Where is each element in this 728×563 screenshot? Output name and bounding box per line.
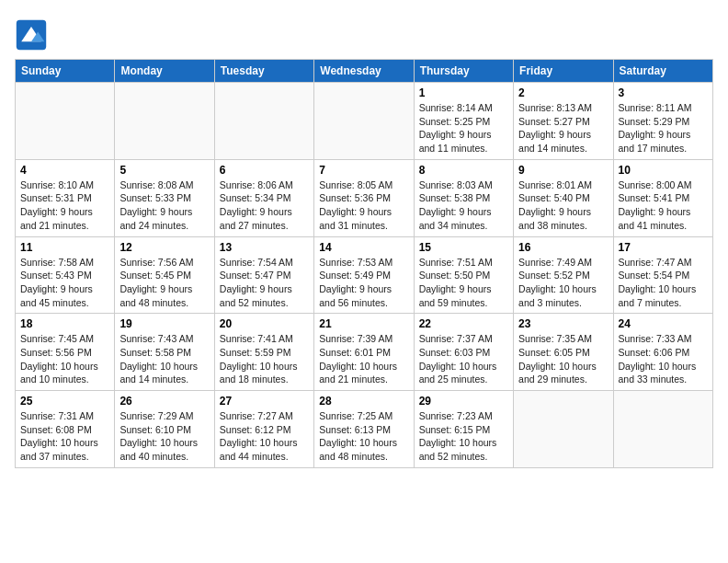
day-info: Sunrise: 7:43 AM Sunset: 5:58 PM Dayligh… — [119, 332, 209, 386]
calendar-cell: 2Sunrise: 8:13 AM Sunset: 5:27 PM Daylig… — [514, 83, 613, 160]
day-info: Sunrise: 7:47 AM Sunset: 5:54 PM Dayligh… — [619, 256, 708, 310]
page-header — [15, 15, 713, 52]
calendar-cell: 8Sunrise: 8:03 AM Sunset: 5:38 PM Daylig… — [414, 159, 513, 236]
day-info: Sunrise: 8:11 AM Sunset: 5:29 PM Dayligh… — [619, 101, 708, 155]
day-number: 28 — [319, 395, 408, 408]
calendar-cell — [16, 83, 115, 160]
day-number: 18 — [20, 317, 109, 330]
calendar-cell: 18Sunrise: 7:45 AM Sunset: 5:56 PM Dayli… — [16, 314, 115, 391]
calendar-cell: 12Sunrise: 7:56 AM Sunset: 5:45 PM Dayli… — [115, 236, 214, 314]
calendar-cell: 5Sunrise: 8:08 AM Sunset: 5:33 PM Daylig… — [115, 159, 214, 236]
weekday-header-wednesday: Wednesday — [314, 60, 414, 83]
day-number: 13 — [220, 241, 309, 254]
day-number: 4 — [20, 164, 109, 177]
day-number: 24 — [619, 317, 708, 330]
day-info: Sunrise: 8:10 AM Sunset: 5:31 PM Dayligh… — [20, 178, 109, 233]
day-info: Sunrise: 7:45 AM Sunset: 5:56 PM Dayligh… — [20, 332, 109, 386]
day-info: Sunrise: 8:00 AM Sunset: 5:41 PM Dayligh… — [619, 178, 708, 233]
day-info: Sunrise: 8:08 AM Sunset: 5:33 PM Dayligh… — [119, 178, 209, 233]
calendar-cell: 29Sunrise: 7:23 AM Sunset: 6:15 PM Dayli… — [414, 391, 513, 468]
day-info: Sunrise: 7:35 AM Sunset: 6:05 PM Dayligh… — [518, 332, 608, 386]
weekday-header-monday: Monday — [115, 60, 214, 83]
day-info: Sunrise: 7:25 AM Sunset: 6:13 PM Dayligh… — [319, 409, 408, 464]
day-info: Sunrise: 8:06 AM Sunset: 5:34 PM Dayligh… — [220, 178, 309, 233]
calendar-cell: 1Sunrise: 8:14 AM Sunset: 5:25 PM Daylig… — [414, 83, 513, 160]
day-info: Sunrise: 7:33 AM Sunset: 6:06 PM Dayligh… — [619, 332, 708, 386]
day-info: Sunrise: 7:29 AM Sunset: 6:10 PM Dayligh… — [119, 409, 209, 464]
calendar-cell: 15Sunrise: 7:51 AM Sunset: 5:50 PM Dayli… — [414, 236, 513, 314]
weekday-header-tuesday: Tuesday — [214, 60, 313, 83]
day-number: 25 — [20, 395, 109, 408]
calendar-cell: 9Sunrise: 8:01 AM Sunset: 5:40 PM Daylig… — [514, 159, 613, 236]
day-info: Sunrise: 8:14 AM Sunset: 5:25 PM Dayligh… — [419, 101, 508, 155]
calendar-cell: 7Sunrise: 8:05 AM Sunset: 5:36 PM Daylig… — [314, 159, 414, 236]
calendar-cell: 16Sunrise: 7:49 AM Sunset: 5:52 PM Dayli… — [514, 236, 613, 314]
day-number: 5 — [119, 164, 209, 177]
calendar-cell — [115, 83, 214, 160]
day-info: Sunrise: 7:41 AM Sunset: 5:59 PM Dayligh… — [220, 332, 309, 386]
day-info: Sunrise: 7:37 AM Sunset: 6:03 PM Dayligh… — [419, 332, 508, 386]
day-number: 16 — [518, 241, 608, 254]
day-number: 21 — [319, 317, 408, 330]
calendar-cell: 19Sunrise: 7:43 AM Sunset: 5:58 PM Dayli… — [115, 314, 214, 391]
calendar-cell — [314, 83, 414, 160]
day-number: 26 — [119, 395, 209, 408]
day-info: Sunrise: 7:49 AM Sunset: 5:52 PM Dayligh… — [518, 256, 608, 310]
calendar-cell: 14Sunrise: 7:53 AM Sunset: 5:49 PM Dayli… — [314, 236, 414, 314]
day-info: Sunrise: 8:13 AM Sunset: 5:27 PM Dayligh… — [518, 101, 608, 155]
day-number: 27 — [220, 395, 309, 408]
day-info: Sunrise: 8:01 AM Sunset: 5:40 PM Dayligh… — [518, 178, 608, 233]
weekday-header-sunday: Sunday — [16, 60, 115, 83]
calendar-cell: 10Sunrise: 8:00 AM Sunset: 5:41 PM Dayli… — [613, 159, 712, 236]
day-info: Sunrise: 7:27 AM Sunset: 6:12 PM Dayligh… — [220, 409, 309, 464]
day-number: 14 — [319, 241, 408, 254]
day-number: 6 — [220, 164, 309, 177]
day-number: 10 — [619, 164, 708, 177]
calendar-cell: 11Sunrise: 7:58 AM Sunset: 5:43 PM Dayli… — [16, 236, 115, 314]
weekday-header-thursday: Thursday — [414, 60, 513, 83]
day-number: 29 — [419, 395, 508, 408]
logo — [15, 18, 51, 52]
day-info: Sunrise: 7:56 AM Sunset: 5:45 PM Dayligh… — [119, 256, 209, 310]
calendar-cell: 13Sunrise: 7:54 AM Sunset: 5:47 PM Dayli… — [214, 236, 313, 314]
calendar-week-5: 25Sunrise: 7:31 AM Sunset: 6:08 PM Dayli… — [16, 391, 713, 468]
day-number: 3 — [619, 86, 708, 99]
calendar-cell — [613, 391, 712, 468]
logo-icon — [15, 18, 48, 52]
day-number: 2 — [518, 86, 608, 99]
day-number: 22 — [419, 317, 508, 330]
day-number: 7 — [319, 164, 408, 177]
weekday-header-friday: Friday — [514, 60, 613, 83]
day-info: Sunrise: 7:58 AM Sunset: 5:43 PM Dayligh… — [20, 256, 109, 310]
calendar-cell: 4Sunrise: 8:10 AM Sunset: 5:31 PM Daylig… — [16, 159, 115, 236]
day-number: 8 — [419, 164, 508, 177]
day-info: Sunrise: 7:53 AM Sunset: 5:49 PM Dayligh… — [319, 256, 408, 310]
calendar-week-2: 4Sunrise: 8:10 AM Sunset: 5:31 PM Daylig… — [16, 159, 713, 236]
calendar-cell: 3Sunrise: 8:11 AM Sunset: 5:29 PM Daylig… — [613, 83, 712, 160]
day-number: 9 — [518, 164, 608, 177]
calendar-cell: 20Sunrise: 7:41 AM Sunset: 5:59 PM Dayli… — [214, 314, 313, 391]
calendar-cell: 26Sunrise: 7:29 AM Sunset: 6:10 PM Dayli… — [115, 391, 214, 468]
day-number: 11 — [20, 241, 109, 254]
calendar-week-3: 11Sunrise: 7:58 AM Sunset: 5:43 PM Dayli… — [16, 236, 713, 314]
day-number: 23 — [518, 317, 608, 330]
calendar-cell: 22Sunrise: 7:37 AM Sunset: 6:03 PM Dayli… — [414, 314, 513, 391]
weekday-header-saturday: Saturday — [613, 60, 712, 83]
day-number: 20 — [220, 317, 309, 330]
calendar-cell: 24Sunrise: 7:33 AM Sunset: 6:06 PM Dayli… — [613, 314, 712, 391]
calendar-week-4: 18Sunrise: 7:45 AM Sunset: 5:56 PM Dayli… — [16, 314, 713, 391]
calendar-cell: 21Sunrise: 7:39 AM Sunset: 6:01 PM Dayli… — [314, 314, 414, 391]
day-number: 12 — [119, 241, 209, 254]
calendar-cell: 23Sunrise: 7:35 AM Sunset: 6:05 PM Dayli… — [514, 314, 613, 391]
calendar-cell: 28Sunrise: 7:25 AM Sunset: 6:13 PM Dayli… — [314, 391, 414, 468]
day-info: Sunrise: 7:23 AM Sunset: 6:15 PM Dayligh… — [419, 409, 508, 464]
day-info: Sunrise: 8:05 AM Sunset: 5:36 PM Dayligh… — [319, 178, 408, 233]
day-number: 17 — [619, 241, 708, 254]
calendar-cell — [214, 83, 313, 160]
calendar-header-row: SundayMondayTuesdayWednesdayThursdayFrid… — [16, 60, 713, 83]
day-number: 1 — [419, 86, 508, 99]
calendar-cell — [514, 391, 613, 468]
calendar-cell: 6Sunrise: 8:06 AM Sunset: 5:34 PM Daylig… — [214, 159, 313, 236]
calendar-cell: 17Sunrise: 7:47 AM Sunset: 5:54 PM Dayli… — [613, 236, 712, 314]
day-number: 15 — [419, 241, 508, 254]
